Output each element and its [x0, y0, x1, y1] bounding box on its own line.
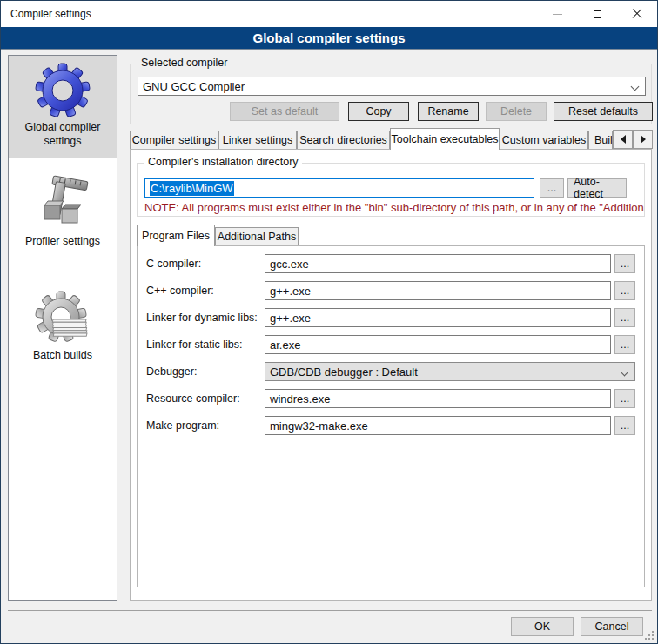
sidebar-item-label: Profiler settings [9, 233, 117, 256]
arrow-left-icon [621, 135, 626, 144]
auto-detect-button[interactable]: Auto-detect [567, 178, 627, 198]
sidebar-item-batch-builds[interactable]: Batch builds [9, 284, 117, 370]
installation-directory-group: Compiler's installation directory C:\ray… [137, 163, 645, 217]
installation-directory-input[interactable]: C:\raylib\MinGW [144, 178, 534, 198]
settings-category-list: Global compiler settings [8, 55, 118, 601]
tab-custom-variables[interactable]: Custom variables [500, 131, 588, 149]
titlebar: Compiler settings [1, 1, 657, 27]
make-program-browse-button[interactable]: ... [614, 416, 635, 435]
close-icon [632, 9, 642, 19]
c-compiler-input[interactable]: gcc.exe [265, 254, 611, 273]
maximize-icon [594, 10, 601, 18]
cpp-compiler-browse-button[interactable]: ... [614, 281, 635, 300]
linker-dynamic-browse-button[interactable]: ... [614, 308, 635, 327]
maximize-button[interactable] [577, 1, 617, 27]
selected-compiler-value: GNU GCC Compiler [143, 80, 245, 93]
tab-search-directories[interactable]: Search directories [297, 131, 390, 149]
page-title: Global compiler settings [1, 27, 657, 50]
debugger-label: Debugger: [146, 366, 197, 378]
c-compiler-value: gcc.exe [270, 258, 309, 271]
chevron-down-icon [631, 83, 640, 91]
installation-directory-group-label: Compiler's installation directory [144, 156, 302, 168]
chevron-down-icon [621, 368, 629, 377]
delete-button: Delete [486, 102, 547, 121]
bin-subdirectory-note: NOTE: All programs must exist either in … [144, 201, 644, 214]
arrow-right-icon [641, 135, 646, 144]
make-program-value: mingw32-make.exe [270, 419, 368, 433]
window-title: Compiler settings [10, 1, 91, 27]
subtab-program-files[interactable]: Program Files [137, 225, 215, 246]
close-button[interactable] [617, 1, 657, 27]
selected-compiler-group-label: Selected compiler [138, 57, 231, 69]
cpp-compiler-value: g++.exe [270, 285, 311, 298]
resize-grip[interactable] [645, 631, 654, 640]
blue-gear-icon [34, 62, 91, 119]
footer-divider [8, 610, 652, 611]
reset-defaults-button[interactable]: Reset defaults [554, 102, 653, 121]
linker-static-input[interactable]: ar.exe [265, 335, 611, 354]
set-as-default-button: Set as default [230, 102, 339, 121]
linker-dynamic-input[interactable]: g++.exe [265, 308, 611, 327]
cpp-compiler-input[interactable]: g++.exe [265, 281, 611, 300]
make-program-input[interactable]: mingw32-make.exe [265, 416, 611, 435]
tab-build-options[interactable]: Build options [588, 131, 613, 149]
c-compiler-browse-button[interactable]: ... [614, 254, 635, 273]
sidebar-item-label: Batch builds [9, 347, 117, 370]
debugger-dropdown[interactable]: GDB/CDB debugger : Default [265, 362, 635, 381]
rename-button[interactable]: Rename [418, 102, 479, 121]
copy-button[interactable]: Copy [348, 102, 409, 121]
ok-button[interactable]: OK [511, 617, 574, 636]
make-program-label: Make program: [146, 419, 219, 432]
selected-compiler-dropdown[interactable]: GNU GCC Compiler [138, 77, 646, 96]
resource-compiler-label: Resource compiler: [146, 392, 240, 405]
sidebar-item-global-compiler-settings[interactable]: Global compiler settings [9, 56, 117, 158]
sidebar-item-profiler-settings[interactable]: Profiler settings [9, 166, 117, 256]
c-compiler-label: C compiler: [146, 258, 201, 270]
resource-compiler-input[interactable]: windres.exe [265, 389, 611, 408]
window-controls [537, 1, 657, 27]
subtab-additional-paths[interactable]: Additional Paths [215, 227, 299, 245]
tab-linker-settings[interactable]: Linker settings [218, 131, 297, 149]
tab-scroll-right-button[interactable] [633, 130, 653, 149]
installation-directory-value: C:\raylib\MinGW [150, 181, 234, 196]
linker-static-value: ar.exe [270, 339, 300, 352]
tab-scroll-left-button[interactable] [613, 130, 633, 149]
sidebar-item-label: Global compiler settings [9, 119, 117, 155]
resource-compiler-browse-button[interactable]: ... [614, 389, 635, 408]
minimize-button[interactable] [537, 1, 577, 27]
cancel-button[interactable]: Cancel [581, 617, 643, 636]
debugger-value: GDB/CDB debugger : Default [270, 366, 418, 379]
cpp-compiler-label: C++ compiler: [146, 285, 214, 297]
browse-directory-button[interactable]: ... [540, 178, 564, 198]
linker-dynamic-label: Linker for dynamic libs: [146, 312, 258, 324]
gray-gear-stack-icon [34, 290, 91, 347]
linker-static-label: Linker for static libs: [146, 339, 242, 351]
linker-dynamic-value: g++.exe [270, 312, 311, 325]
resource-compiler-value: windres.exe [270, 392, 330, 406]
minimize-icon [553, 14, 562, 15]
linker-static-browse-button[interactable]: ... [614, 335, 635, 354]
compiler-settings-dialog: Compiler settings Global compiler settin… [0, 0, 658, 644]
tab-toolchain-executables[interactable]: Toolchain executables [390, 128, 500, 150]
program-files-page: C compiler: gcc.exe ... C++ compiler: g+… [137, 245, 645, 587]
tab-compiler-settings[interactable]: Compiler settings [130, 131, 218, 149]
caliper-icon [34, 172, 91, 233]
selected-compiler-group: Selected compiler GNU GCC Compiler Set a… [130, 64, 652, 124]
